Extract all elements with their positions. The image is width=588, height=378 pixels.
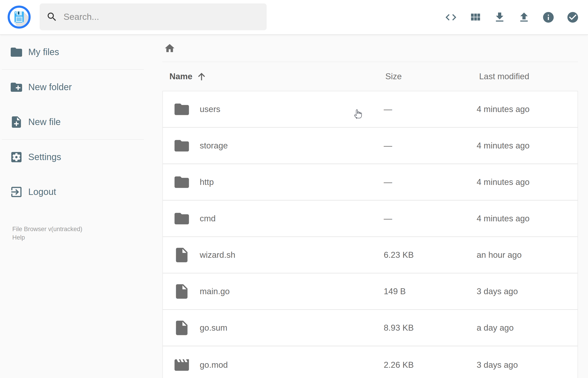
sort-ascending-arrow-up-icon [197,71,207,81]
column-header-name-label: Name [169,72,192,81]
movie-icon [173,356,190,374]
column-header-modified[interactable]: Last modified [479,72,529,81]
file-row-main.go[interactable]: main.go149 B3 days ago [163,273,577,310]
file-row-go.mod[interactable]: go.mod2.26 KB3 days ago [163,346,577,378]
file-name: users [200,105,220,114]
sidebar-footer: File Browser v(untracked) Help [12,225,82,242]
column-header-name[interactable]: Name [169,71,207,81]
logout-icon [10,185,23,199]
file-modified: 3 days ago [477,360,518,370]
file-size: 2.26 KB [384,360,414,370]
file-info-button[interactable] [542,11,555,24]
listing-items: users—4 minutes agostorage—4 minutes ago… [162,91,578,378]
home-button[interactable] [164,42,175,54]
new-file-icon [10,115,23,129]
search-input[interactable] [63,12,260,22]
search-icon [46,11,58,23]
sidebar-item-label: My files [28,47,59,57]
switch-view-button[interactable] [469,11,482,24]
file-icon [173,283,190,300]
file-size: 8.93 KB [384,323,414,333]
download-icon [493,11,506,24]
header-actions [433,0,579,35]
sidebar-item-label: Logout [28,187,56,197]
file-row-wizard.sh[interactable]: wizard.sh6.23 KBan hour ago [163,237,577,273]
sidebar-item-label: New folder [28,82,72,92]
folder-icon [173,174,190,191]
top-bar [0,0,588,35]
app-version-label: File Browser v(untracked) [12,225,82,233]
file-icon [173,246,190,264]
file-size: — [384,214,392,223]
file-size: — [384,177,392,187]
file-size: 149 B [384,287,406,296]
sidebar-item-label: Settings [28,152,61,162]
sidebar-item-logout[interactable]: Logout [0,175,144,209]
file-modified: an hour ago [477,250,522,260]
sidebar: My filesNew folderNew fileSettingsLogout… [0,35,144,378]
column-header-size[interactable]: Size [385,72,402,81]
file-size: 6.23 KB [384,250,414,260]
file-row-go.sum[interactable]: go.sum8.93 KBa day ago [163,310,577,346]
file-modified: 3 days ago [477,287,518,296]
file-row-http[interactable]: http—4 minutes ago [163,164,577,201]
sidebar-item-my-files[interactable]: My files [0,35,144,69]
code-icon [444,11,457,24]
sidebar-item-settings[interactable]: Settings [0,140,144,175]
check-circle-icon [566,11,579,24]
file-modified: 4 minutes ago [477,214,530,223]
file-name: http [200,177,214,187]
help-link[interactable]: Help [12,233,82,242]
folder-icon [173,137,190,154]
breadcrumb [162,35,578,62]
file-name: go.sum [200,323,227,333]
download-button[interactable] [493,11,506,24]
file-modified: a day ago [477,323,514,333]
file-listing: Name Size Last modified users—4 minutes … [162,35,578,378]
file-modified: 4 minutes ago [477,141,530,150]
listing-header: Name Size Last modified [162,62,578,91]
shell-button[interactable] [444,11,457,24]
select-multiple-button[interactable] [566,11,579,24]
folder-icon [173,101,190,118]
home-icon [164,42,175,54]
file-modified: 4 minutes ago [477,177,530,187]
file-name: main.go [200,287,230,296]
file-name: wizard.sh [200,250,235,260]
file-row-storage[interactable]: storage—4 minutes ago [163,128,577,164]
upload-icon [518,11,530,24]
file-size: — [384,105,392,114]
file-icon [173,319,190,337]
settings-icon [10,150,23,164]
file-name: storage [200,141,228,150]
file-row-users[interactable]: users—4 minutes ago [163,91,577,128]
file-name: cmd [200,214,216,223]
sidebar-item-label: New file [28,117,61,127]
file-modified: 4 minutes ago [477,105,530,114]
new-folder-icon [10,80,23,94]
folder-icon [173,210,190,227]
sidebar-item-new-folder[interactable]: New folder [0,70,144,105]
grid-icon [469,11,482,24]
file-size: — [384,141,392,150]
info-icon [542,11,555,24]
sidebar-item-new-file[interactable]: New file [0,105,144,139]
floppy-disk-logo[interactable] [8,5,31,29]
folder-icon [10,45,23,59]
search-bar[interactable] [40,3,267,30]
upload-button[interactable] [518,11,530,24]
file-name: go.mod [200,360,228,370]
file-row-cmd[interactable]: cmd—4 minutes ago [163,201,577,237]
sidebar-items: My filesNew folderNew fileSettingsLogout [0,35,144,209]
